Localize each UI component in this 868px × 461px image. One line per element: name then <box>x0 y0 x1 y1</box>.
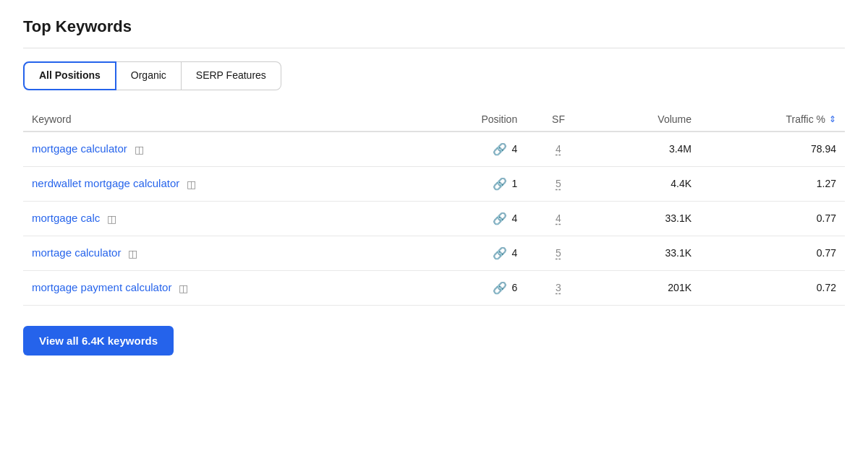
table-row: mortgage payment calculator ◫ 🔗 6 3 201K… <box>23 270 845 305</box>
traffic-value: 0.77 <box>817 247 836 259</box>
traffic-cell: 0.77 <box>700 201 845 236</box>
col-traffic: Traffic % ⇕ <box>700 108 845 132</box>
sf-cell: 4 <box>526 132 591 167</box>
link-icon: 🔗 <box>493 212 507 225</box>
table-row: mortgage calc ◫ 🔗 4 4 33.1K 0.77 <box>23 201 845 236</box>
sf-value: 4 <box>556 212 561 224</box>
link-icon: 🔗 <box>493 142 507 156</box>
traffic-value: 0.72 <box>817 282 836 293</box>
page-icon: ◫ <box>107 213 116 225</box>
position-cell: 🔗 1 <box>412 166 526 201</box>
table-header-row: Keyword Position SF Volume Traffic % ⇕ <box>23 108 845 132</box>
table-row: nerdwallet mortgage calculator ◫ 🔗 1 5 4… <box>23 166 845 201</box>
keyword-link[interactable]: mortgage calculator <box>32 142 127 155</box>
keyword-cell: nerdwallet mortgage calculator ◫ <box>23 166 412 201</box>
table-row: mortage calculator ◫ 🔗 4 5 33.1K 0.77 <box>23 236 845 270</box>
col-position: Position <box>412 108 526 132</box>
link-icon: 🔗 <box>493 177 507 191</box>
volume-cell: 4.4K <box>591 166 700 201</box>
tab-organic[interactable]: Organic <box>116 61 182 90</box>
tab-bar: All Positions Organic SERP Features <box>23 61 845 90</box>
traffic-value: 0.77 <box>817 212 836 224</box>
table-row: mortgage calculator ◫ 🔗 4 4 3.4M 78.94 <box>23 132 845 167</box>
keyword-link[interactable]: mortage calculator <box>32 246 121 259</box>
traffic-filter-icon[interactable]: ⇕ <box>829 114 836 124</box>
sf-value: 5 <box>556 247 561 259</box>
col-volume: Volume <box>591 108 700 132</box>
keyword-link[interactable]: mortgage payment calculator <box>32 281 171 293</box>
traffic-cell: 78.94 <box>700 132 845 167</box>
keyword-link[interactable]: mortgage calc <box>32 212 100 224</box>
position-value: 1 <box>511 178 517 189</box>
traffic-value: 78.94 <box>811 143 836 155</box>
tab-all-positions[interactable]: All Positions <box>23 61 116 90</box>
position-cell: 🔗 6 <box>412 270 526 305</box>
keyword-cell: mortage calculator ◫ <box>23 236 412 270</box>
traffic-cell: 0.77 <box>700 236 845 270</box>
sf-value: 4 <box>556 143 561 155</box>
position-cell: 🔗 4 <box>412 236 526 270</box>
view-all-button[interactable]: View all 6.4K keywords <box>23 326 174 356</box>
volume-cell: 33.1K <box>591 201 700 236</box>
col-sf: SF <box>526 108 591 132</box>
col-keyword: Keyword <box>23 108 412 132</box>
page-icon: ◫ <box>128 248 137 259</box>
volume-cell: 3.4M <box>591 132 700 167</box>
volume-value: 33.1K <box>665 247 692 259</box>
position-cell: 🔗 4 <box>412 132 526 167</box>
position-value: 6 <box>511 282 517 293</box>
sf-cell: 5 <box>526 236 591 270</box>
position-value: 4 <box>511 247 517 259</box>
keyword-cell: mortgage calc ◫ <box>23 201 412 236</box>
volume-cell: 201K <box>591 270 700 305</box>
page-icon: ◫ <box>179 283 188 294</box>
traffic-value: 1.27 <box>817 178 836 189</box>
keyword-cell: mortgage payment calculator ◫ <box>23 270 412 305</box>
traffic-cell: 0.72 <box>700 270 845 305</box>
keyword-cell: mortgage calculator ◫ <box>23 132 412 167</box>
position-cell: 🔗 4 <box>412 201 526 236</box>
position-value: 4 <box>511 212 517 224</box>
sf-cell: 5 <box>526 166 591 201</box>
volume-value: 201K <box>668 282 692 293</box>
sf-value: 5 <box>556 178 561 189</box>
title-divider <box>23 48 845 48</box>
volume-cell: 33.1K <box>591 236 700 270</box>
position-value: 4 <box>511 143 517 155</box>
link-icon: 🔗 <box>493 246 507 260</box>
sf-cell: 3 <box>526 270 591 305</box>
tab-serp-features[interactable]: SERP Features <box>182 61 281 90</box>
volume-value: 4.4K <box>671 178 692 189</box>
link-icon: 🔗 <box>493 281 507 295</box>
volume-value: 3.4M <box>669 143 692 155</box>
page-icon: ◫ <box>135 144 144 155</box>
page-title: Top Keywords <box>23 17 845 36</box>
traffic-cell: 1.27 <box>700 166 845 201</box>
sf-value: 3 <box>556 282 561 293</box>
page-icon: ◫ <box>187 178 196 190</box>
keywords-table: Keyword Position SF Volume Traffic % ⇕ m… <box>23 108 845 306</box>
keyword-link[interactable]: nerdwallet mortgage calculator <box>32 177 179 189</box>
sf-cell: 4 <box>526 201 591 236</box>
volume-value: 33.1K <box>665 212 692 224</box>
